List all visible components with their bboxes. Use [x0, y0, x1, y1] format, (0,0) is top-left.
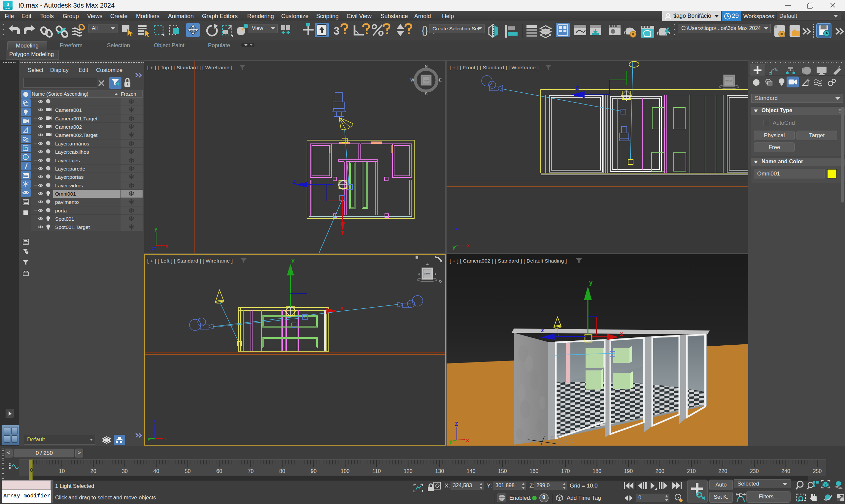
svg-text:210: 210: [687, 468, 696, 474]
svg-text:160: 160: [529, 468, 538, 474]
svg-text:y: y: [292, 257, 295, 264]
svg-text:FRONT: FRONT: [724, 79, 734, 82]
svg-text:Z: Z: [153, 418, 156, 424]
svg-text:30: 30: [122, 468, 128, 474]
svg-text:z: z: [152, 245, 155, 251]
svg-text:180: 180: [593, 468, 601, 474]
svg-text:140: 140: [467, 468, 476, 474]
svg-text:230: 230: [750, 468, 759, 474]
svg-text:LEFT: LEFT: [424, 272, 430, 275]
svg-text:220: 220: [719, 468, 727, 474]
svg-text:x: x: [620, 330, 623, 337]
svg-text:y: y: [155, 226, 157, 232]
svg-text:y: y: [589, 280, 593, 286]
svg-text:x: x: [466, 437, 469, 443]
svg-text:TOP: TOP: [423, 79, 429, 82]
svg-text:Z: Z: [575, 85, 579, 91]
svg-text:MAX: MAX: [5, 7, 11, 10]
svg-text:z: z: [541, 327, 544, 334]
svg-text:10: 10: [59, 468, 65, 474]
svg-text:20: 20: [90, 468, 96, 474]
svg-text:x: x: [165, 243, 168, 249]
svg-text:x: x: [340, 305, 344, 311]
svg-text:130: 130: [435, 468, 444, 474]
svg-text:W: W: [410, 78, 414, 83]
svg-text:190: 190: [624, 468, 633, 474]
svg-text:110: 110: [372, 468, 381, 474]
svg-text:y: y: [453, 245, 456, 250]
svg-text:S: S: [425, 92, 427, 96]
svg-text:90: 90: [311, 468, 317, 474]
svg-text:N: N: [425, 64, 428, 69]
svg-text:120: 120: [404, 468, 412, 474]
svg-text:E: E: [439, 78, 442, 83]
svg-text:50: 50: [185, 468, 191, 474]
svg-text:170: 170: [561, 468, 570, 474]
svg-text:Z: Z: [456, 225, 458, 231]
svg-text:3: 3: [6, 2, 9, 7]
svg-text:y: y: [449, 438, 452, 444]
svg-text:x: x: [467, 242, 470, 248]
svg-text:100: 100: [341, 468, 350, 474]
svg-text:200: 200: [655, 468, 665, 474]
svg-text:250: 250: [813, 468, 822, 474]
svg-text:3: 3: [333, 24, 340, 37]
svg-text:80: 80: [279, 468, 285, 474]
svg-text:Z: Z: [293, 179, 296, 185]
svg-text:Z: Z: [455, 421, 458, 427]
svg-text:x: x: [164, 436, 167, 441]
svg-text:150: 150: [498, 468, 507, 474]
svg-text:240: 240: [781, 468, 790, 474]
svg-text:70: 70: [248, 468, 254, 474]
svg-text:40: 40: [154, 468, 159, 474]
svg-text:{}: {}: [422, 25, 428, 36]
svg-text:60: 60: [216, 468, 222, 474]
